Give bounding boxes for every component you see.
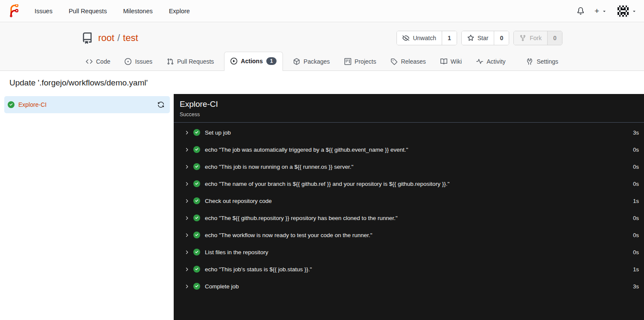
fork-button: Fork 0: [513, 31, 562, 45]
forgejo-logo[interactable]: [7, 4, 20, 18]
user-menu-dropdown[interactable]: [612, 3, 637, 20]
watch-count[interactable]: 1: [442, 31, 457, 45]
step-success-icon: [193, 283, 200, 290]
nav-explore[interactable]: Explore: [161, 0, 198, 22]
chevron-right-icon[interactable]: [184, 147, 189, 153]
chevron-right-icon[interactable]: [184, 267, 189, 272]
create-new-dropdown[interactable]: +: [589, 3, 612, 18]
content-row: Explore-CI Explore-CI Success Set up job…: [0, 94, 644, 320]
step-name: echo "The ${{ github.repository }} repos…: [205, 215, 398, 221]
workflow-step-row[interactable]: echo "This job is now running on a ${{ r…: [174, 158, 644, 175]
step-duration: 0s: [633, 215, 639, 221]
step-success-icon: [193, 266, 200, 273]
refresh-icon[interactable]: [157, 101, 164, 108]
star-icon: [467, 35, 474, 41]
repo-title-row: root / test Unwatch 1: [82, 22, 562, 47]
repo-tab-strip: Code Issues Pull Requests Actions 1 Pack…: [0, 52, 644, 71]
tab-pull-requests[interactable]: Pull Requests: [163, 53, 218, 70]
job-item-explore-ci[interactable]: Explore-CI: [4, 96, 170, 113]
repository-icon: [82, 32, 93, 44]
chevron-right-icon[interactable]: [184, 215, 189, 221]
nav-pull-requests[interactable]: Pull Requests: [61, 0, 115, 22]
tab-issues[interactable]: Issues: [120, 53, 156, 70]
tools-icon: [526, 58, 533, 65]
success-check-icon: [8, 101, 15, 108]
workflow-step-row[interactable]: Check out repository code 1s: [174, 192, 644, 209]
tab-activity[interactable]: Activity: [472, 53, 510, 70]
step-name: Complete job: [205, 283, 239, 290]
tab-projects[interactable]: Projects: [340, 53, 381, 70]
step-success-icon: [193, 146, 200, 153]
workflow-step-row[interactable]: echo "The name of your branch is ${{ git…: [174, 175, 644, 192]
step-name: echo "The name of your branch is ${{ git…: [205, 181, 449, 187]
chevron-right-icon[interactable]: [184, 232, 189, 238]
chevron-right-icon[interactable]: [184, 181, 189, 187]
repo-action-buttons: Unwatch 1 Star 0: [396, 31, 562, 45]
tab-actions[interactable]: Actions 1: [224, 52, 283, 71]
chevron-down-icon: [602, 9, 607, 14]
tab-releases[interactable]: Releases: [386, 53, 430, 70]
step-name: Check out repository code: [205, 198, 272, 204]
notifications-bell-icon[interactable]: [572, 4, 589, 18]
step-name: echo "This job is now running on a ${{ r…: [205, 164, 353, 170]
user-avatar: [617, 5, 629, 17]
workflow-step-row[interactable]: Set up job 3s: [174, 124, 644, 141]
run-status: Success: [180, 112, 637, 117]
page-title: Update '.forgejo/workflows/demo.yaml': [0, 71, 644, 94]
fork-count: 0: [547, 31, 562, 45]
nav-milestones[interactable]: Milestones: [115, 0, 160, 22]
project-board-icon: [344, 58, 351, 65]
repo-path-separator: /: [117, 32, 120, 44]
jobs-sidebar: Explore-CI: [0, 94, 174, 320]
chevron-right-icon[interactable]: [184, 198, 189, 204]
nav-issues[interactable]: Issues: [26, 0, 61, 22]
chevron-right-icon[interactable]: [184, 164, 189, 170]
chevron-right-icon[interactable]: [184, 250, 189, 255]
chevron-down-icon: [632, 9, 637, 14]
tab-settings[interactable]: Settings: [522, 53, 562, 70]
workflow-step-row[interactable]: echo "The ${{ github.repository }} repos…: [174, 209, 644, 226]
step-name: Set up job: [205, 129, 231, 136]
step-success-icon: [193, 214, 200, 221]
step-name: echo "The job was automatically triggere…: [205, 147, 408, 153]
step-name: List files in the repository: [205, 249, 268, 255]
repo-name-link[interactable]: test: [123, 32, 138, 44]
book-icon: [440, 58, 447, 65]
chevron-right-icon[interactable]: [184, 130, 189, 135]
star-label: Star: [478, 35, 489, 41]
fork-label: Fork: [530, 35, 542, 41]
navbar-right: +: [572, 3, 637, 20]
repo-owner-link[interactable]: root: [98, 32, 114, 44]
tab-code[interactable]: Code: [82, 53, 114, 70]
unwatch-label: Unwatch: [413, 35, 436, 41]
step-duration: 0s: [633, 181, 639, 187]
code-icon: [86, 58, 93, 65]
step-name: echo "This job's status is ${{ job.statu…: [205, 266, 312, 273]
step-duration: 3s: [633, 129, 639, 136]
workflow-step-row[interactable]: echo "The workflow is now ready to test …: [174, 226, 644, 244]
run-title: Explore-CI: [180, 100, 637, 109]
actions-count-badge: 1: [266, 57, 277, 65]
chevron-right-icon[interactable]: [184, 284, 189, 289]
tag-icon: [390, 58, 397, 65]
step-success-icon: [193, 249, 200, 255]
tab-packages[interactable]: Packages: [289, 53, 334, 70]
play-circle-icon: [230, 58, 237, 65]
unwatch-button[interactable]: Unwatch 1: [396, 31, 457, 45]
step-success-icon: [193, 180, 200, 187]
step-success-icon: [193, 197, 200, 204]
tab-wiki[interactable]: Wiki: [436, 53, 466, 70]
step-name: echo "The workflow is now ready to test …: [205, 232, 372, 238]
workflow-step-row[interactable]: Complete job 3s: [174, 278, 644, 295]
workflow-run-panel: Explore-CI Success Set up job 3s echo "T…: [174, 94, 644, 320]
workflow-step-row[interactable]: echo "This job's status is ${{ job.statu…: [174, 261, 644, 278]
step-success-icon: [193, 232, 200, 238]
eye-slash-icon: [402, 35, 409, 41]
star-count[interactable]: 0: [494, 31, 509, 45]
workflow-step-row[interactable]: List files in the repository 0s: [174, 244, 644, 261]
top-navbar: Issues Pull Requests Milestones Explore …: [0, 0, 644, 22]
workflow-step-row[interactable]: echo "The job was automatically triggere…: [174, 141, 644, 158]
star-button[interactable]: Star 0: [461, 31, 509, 45]
step-duration: 3s: [633, 283, 639, 290]
step-duration: 0s: [633, 232, 639, 238]
